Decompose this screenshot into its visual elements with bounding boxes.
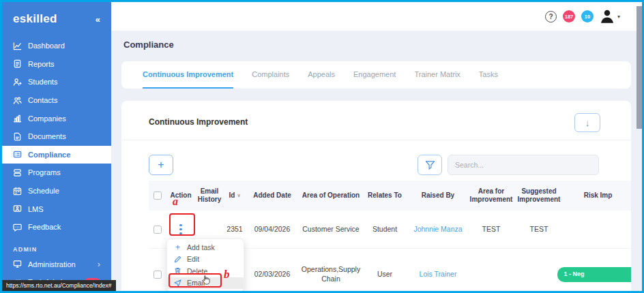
tab-appeals[interactable]: Appeals <box>308 61 335 89</box>
topbar: ? 187 10 ▾ <box>111 2 642 31</box>
sidebar-item-administration[interactable]: Administration › <box>2 256 111 274</box>
sidebar-item-reports[interactable]: Reports <box>2 55 111 74</box>
plus-icon: + <box>158 159 164 171</box>
sidebar-item-contacts[interactable]: Contacts <box>2 91 111 110</box>
chevron-right-icon: › <box>98 259 100 269</box>
cell-relates-to: User <box>363 270 407 279</box>
trash-icon <box>174 267 181 275</box>
tab-continuous-improvement[interactable]: Continuous Improvement <box>143 61 233 89</box>
cell-area-for-improvement: TEST <box>469 225 513 234</box>
menu-item-add-task[interactable]: + Add task <box>167 241 244 253</box>
contacts-icon <box>13 96 22 105</box>
divider <box>121 140 631 140</box>
col-action[interactable]: Action <box>166 189 195 203</box>
app-logo: eskilled <box>13 12 57 26</box>
add-record-button[interactable]: + <box>149 155 173 175</box>
notification-badge-blue[interactable]: 10 <box>581 10 594 22</box>
col-raised-by[interactable]: Raised By <box>407 189 469 203</box>
sort-icon: ∨ <box>237 193 240 199</box>
sidebar-collapse-icon[interactable]: « <box>96 14 100 25</box>
tab-tasks[interactable]: Tasks <box>479 61 498 89</box>
col-area-for-improvement[interactable]: Area for Improvement <box>469 185 513 207</box>
status-url: https://sms.rto.net.au/Compliance/Index# <box>2 280 116 291</box>
feedback-icon <box>13 223 22 232</box>
menu-item-delete[interactable]: Delete <box>167 265 244 277</box>
notification-badge-red[interactable]: 187 <box>563 10 575 22</box>
filter-icon <box>425 160 435 170</box>
tab-trainer-matrix[interactable]: Trainer Matrix <box>414 61 460 89</box>
sidebar-item-label: Students <box>28 78 57 86</box>
app-window: eskilled « Dashboard Reports Students Co… <box>0 0 644 293</box>
search-input[interactable] <box>448 155 599 175</box>
select-all-checkbox[interactable] <box>153 191 162 200</box>
col-relates-to[interactable]: Relates To <box>363 189 407 203</box>
sidebar-item-label: Programs <box>28 168 61 176</box>
dashboard-icon <box>13 42 22 50</box>
cell-added-date: 02/03/2026 <box>246 270 299 279</box>
sidebar-item-label: Companies <box>28 114 66 123</box>
raised-by-link[interactable]: Johnnie Manza <box>407 225 469 234</box>
sidebar-item-label: LMS <box>28 205 44 213</box>
cell-added-date: 09/04/2026 <box>246 225 299 234</box>
cell-relates-to: Student <box>363 225 407 234</box>
action-menu-button[interactable] <box>179 224 182 235</box>
sidebar-item-students[interactable]: Students <box>2 73 111 91</box>
sidebar-item-feedback[interactable]: Feedback <box>2 218 111 236</box>
plus-icon: + <box>174 243 181 252</box>
menu-item-label: Add task <box>187 243 215 251</box>
menu-item-label: Edit <box>187 255 199 263</box>
col-added-date[interactable]: Added Date <box>246 189 299 203</box>
administration-icon <box>13 260 22 268</box>
sidebar-item-programs[interactable]: Programs <box>2 164 111 182</box>
cell-area-of-operation: Customer Service <box>299 225 363 234</box>
tab-complaints[interactable]: Complaints <box>252 61 289 89</box>
filter-button[interactable] <box>418 155 442 175</box>
documents-icon <box>13 132 22 141</box>
raised-by-link[interactable]: Lois Trainer <box>407 270 469 279</box>
cell-area-of-operation: Operations,Supply Chain <box>299 265 363 283</box>
action-dropdown-menu: + Add task Edit Delete Email <box>166 238 244 292</box>
page-title: Compliance <box>123 40 174 50</box>
tab-engagement[interactable]: Engagement <box>353 61 396 89</box>
help-icon[interactable]: ? <box>545 11 557 22</box>
sidebar-item-documents[interactable]: Documents <box>2 127 111 146</box>
chevron-down-icon: ▾ <box>617 14 620 20</box>
sidebar-nav: Dashboard Reports Students Contacts Comp… <box>2 37 111 292</box>
sidebar-item-label: Compliance <box>28 151 70 159</box>
avatar <box>600 9 615 24</box>
students-icon <box>13 78 22 87</box>
programs-icon <box>13 168 22 177</box>
menu-item-edit[interactable]: Edit <box>167 253 244 266</box>
sidebar-item-label: Reports <box>28 60 55 68</box>
sidebar-item-label: Documents <box>28 132 66 140</box>
col-area-of-operation[interactable]: Area of Operation <box>299 189 363 203</box>
vertical-scrollbar[interactable] <box>636 6 642 129</box>
col-risk-impact[interactable]: Risk Imp <box>565 189 631 203</box>
table-header-row: Action Email History Id∨ Added Date Area… <box>149 181 631 211</box>
sidebar-item-compliance[interactable]: Compliance <box>2 146 111 164</box>
col-suggested-improvement[interactable]: Suggested Improvement <box>513 185 565 207</box>
send-icon <box>174 279 181 287</box>
download-icon: ↓ <box>585 118 590 128</box>
sidebar-item-label: Feedback <box>28 223 61 231</box>
lms-icon <box>13 204 22 213</box>
col-id[interactable]: Id∨ <box>224 189 246 203</box>
user-menu[interactable]: ▾ <box>600 9 620 24</box>
sidebar-item-schedule[interactable]: Schedule <box>2 182 111 200</box>
companies-icon <box>13 114 22 123</box>
sidebar: eskilled « Dashboard Reports Students Co… <box>2 2 111 291</box>
sidebar-section-admin: ADMIN <box>2 236 111 256</box>
sidebar-item-companies[interactable]: Companies <box>2 109 111 127</box>
menu-item-label: Delete <box>187 267 207 275</box>
download-button[interactable]: ↓ <box>574 113 600 132</box>
pencil-icon <box>174 256 181 263</box>
col-email-history[interactable]: Email History <box>195 185 224 207</box>
row-checkbox[interactable] <box>153 271 162 279</box>
panel-title: Continuous Improvement <box>149 117 248 127</box>
sidebar-item-lms[interactable]: LMS <box>2 200 111 218</box>
sidebar-item-dashboard[interactable]: Dashboard <box>2 37 111 55</box>
sidebar-item-label: Schedule <box>28 187 59 195</box>
menu-item-email[interactable]: Email <box>167 277 244 290</box>
row-checkbox[interactable] <box>153 226 162 234</box>
cell-suggested-improvement: TEST <box>513 225 565 234</box>
